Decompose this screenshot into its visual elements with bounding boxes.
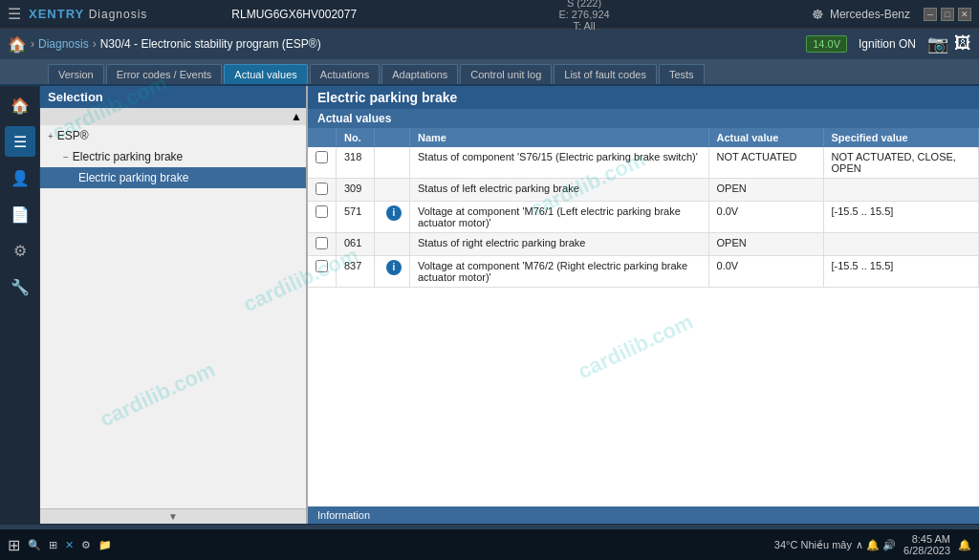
table-row: 318 Status of component 'S76/15 (Electri… xyxy=(308,147,979,179)
search-icon[interactable]: 🔍 xyxy=(28,539,41,551)
title-status: S (222) E: 276,924 T: All xyxy=(558,0,609,32)
tab-actuations[interactable]: Actuations xyxy=(310,64,380,84)
row-3-info[interactable]: i xyxy=(375,202,410,233)
row-4-info xyxy=(375,233,410,256)
taskbar: ⊞ 🔍 ⊞ ✕ ⚙ 📁 34°C Nhiều mây ∧ 🔔 🔊 8:45 AM… xyxy=(0,529,979,560)
row-5-actual: 0.0V xyxy=(708,256,823,288)
tray-icons: ∧ 🔔 🔊 xyxy=(856,539,896,551)
actual-values-table: No. Name Actual value Specified value 31… xyxy=(308,128,979,288)
voltage-display: 14.0V xyxy=(806,35,847,53)
row-4-name: Status of right electric parking brake xyxy=(410,233,709,256)
tree-item-electric-parking-brake-item[interactable]: Electric parking brake xyxy=(40,167,306,188)
window-controls[interactable]: ─ □ ✕ xyxy=(924,8,971,21)
camera-icons[interactable]: 📷 🖼 xyxy=(927,33,971,54)
breadcrumb-right: 14.0V Ignition ON 📷 🖼 xyxy=(806,33,971,54)
tab-adaptations[interactable]: Adaptations xyxy=(381,64,458,84)
taskbar-left: ⊞ 🔍 ⊞ ✕ ⚙ 📁 xyxy=(8,536,112,554)
settings-taskbar-icon[interactable]: ⚙ xyxy=(81,539,91,551)
row-5-info[interactable]: i xyxy=(375,256,410,288)
main-area: 🏠 ☰ 👤 📄 ⚙ 🔧 Selection ▲ + ESP® − Electri… xyxy=(0,86,979,524)
row-5-no: 837 xyxy=(337,256,375,288)
col-specified: Specified value xyxy=(823,128,978,147)
col-info xyxy=(375,128,410,147)
information-label: Information xyxy=(317,509,370,521)
row-5-specified: [-15.5 .. 15.5] xyxy=(823,256,978,288)
clock: 8:45 AM xyxy=(903,533,950,545)
sidebar-home-icon[interactable]: 🏠 xyxy=(5,90,35,120)
brand-name: Mercedes-Benz xyxy=(830,8,910,21)
tree-item-electric-parking-brake[interactable]: − Electric parking brake xyxy=(40,146,306,167)
home-icon[interactable]: 🏠 xyxy=(8,35,27,54)
temp-display: 34°C Nhiều mây xyxy=(774,539,852,551)
brand-logo-icon: ☸ xyxy=(812,7,824,22)
xentry-taskbar-icon[interactable]: ✕ xyxy=(65,539,74,551)
info-icon[interactable]: i xyxy=(386,205,402,221)
notification-icon[interactable]: 🔔 xyxy=(958,539,971,551)
breadcrumb: 🏠 › Diagnosis › N30/4 - Electronic stabi… xyxy=(8,35,321,54)
tab-bar: Version Error codes / Events Actual valu… xyxy=(0,59,979,86)
information-bar: Information xyxy=(308,506,979,524)
tab-tests[interactable]: Tests xyxy=(659,64,705,84)
row-4-actual: OPEN xyxy=(708,233,823,256)
row-4-specified xyxy=(823,233,978,256)
scroll-down-arrow[interactable]: ▼ xyxy=(40,508,306,524)
breadcrumb-diagnosis[interactable]: Diagnosis xyxy=(38,37,89,51)
row-2-no: 309 xyxy=(337,179,375,202)
app-logo: XENTRY Diagnosis xyxy=(29,7,147,21)
breadcrumb-current: N30/4 - Electronic stability program (ES… xyxy=(100,37,321,51)
content-panel: Electric parking brake Actual values No.… xyxy=(308,86,979,524)
vehicle-id: RLMUG6GX6HV002077 xyxy=(231,8,357,21)
start-button[interactable]: ⊞ xyxy=(8,536,20,554)
col-name: Name xyxy=(410,128,709,147)
sidebar-wrench-icon[interactable]: 🔧 xyxy=(5,271,35,302)
tab-actual-values[interactable]: Actual values xyxy=(224,64,307,84)
row-5-checkbox[interactable] xyxy=(315,260,328,272)
screenshot-icon[interactable]: 🖼 xyxy=(954,33,971,54)
close-button[interactable]: ✕ xyxy=(958,8,971,21)
tab-control-unit-log[interactable]: Control unit log xyxy=(460,64,552,84)
files-taskbar-icon[interactable]: 📁 xyxy=(98,539,112,551)
breadcrumb-bar: 🏠 › Diagnosis › N30/4 - Electronic stabi… xyxy=(0,29,979,59)
row-4-checkbox[interactable] xyxy=(315,237,328,249)
sidebar-person-icon[interactable]: 👤 xyxy=(5,162,35,193)
camera-icon[interactable]: 📷 xyxy=(927,33,948,54)
row-2-info xyxy=(375,179,410,202)
row-1-specified: NOT ACTUATED, CLOSE, OPEN xyxy=(823,147,978,179)
tree-item-esp[interactable]: + ESP® xyxy=(40,125,306,146)
sidebar-list-icon[interactable]: ☰ xyxy=(5,126,35,157)
maximize-button[interactable]: □ xyxy=(941,8,954,21)
date-display: 6/28/2023 xyxy=(903,545,950,556)
table-row: 309 Status of left electric parking brak… xyxy=(308,179,979,202)
data-table: No. Name Actual value Specified value 31… xyxy=(308,128,979,506)
scroll-up-arrow[interactable]: ▲ xyxy=(40,108,306,125)
row-3-checkbox[interactable] xyxy=(315,205,328,218)
row-4-no: 061 xyxy=(337,233,375,256)
col-actual: Actual value xyxy=(708,128,823,147)
row-1-actual: NOT ACTUATED xyxy=(708,147,823,179)
info-icon-2[interactable]: i xyxy=(386,260,402,275)
content-title: Electric parking brake xyxy=(308,86,979,109)
ignition-status: Ignition ON xyxy=(859,37,916,51)
row-2-actual: OPEN xyxy=(708,179,823,202)
tab-fault-codes[interactable]: List of fault codes xyxy=(554,64,657,84)
sidebar-document-icon[interactable]: 📄 xyxy=(5,199,35,229)
table-body: 318 Status of component 'S76/15 (Electri… xyxy=(308,147,979,288)
row-2-specified xyxy=(823,179,978,202)
row-1-info xyxy=(375,147,410,179)
actual-values-header: Actual values xyxy=(308,109,979,128)
row-3-specified: [-15.5 .. 15.5] xyxy=(823,202,978,233)
row-2-checkbox[interactable] xyxy=(315,183,328,195)
tab-version[interactable]: Version xyxy=(48,64,104,84)
sidebar-icons: 🏠 ☰ 👤 📄 ⚙ 🔧 xyxy=(0,86,40,524)
col-checkbox xyxy=(308,128,337,147)
row-2-name: Status of left electric parking brake xyxy=(410,179,709,202)
row-1-checkbox[interactable] xyxy=(315,151,328,163)
system-tray: 34°C Nhiều mây ∧ 🔔 🔊 xyxy=(774,539,896,551)
tab-error-codes[interactable]: Error codes / Events xyxy=(106,64,223,84)
table-row: 571 i Voltage at component 'M76/1 (Left … xyxy=(308,202,979,233)
minimize-button[interactable]: ─ xyxy=(924,8,937,21)
title-bar-left: ☰ XENTRY Diagnosis RLMUG6GX6HV002077 xyxy=(8,5,357,23)
sidebar-gear-icon[interactable]: ⚙ xyxy=(5,235,35,266)
taskbar-apps-icon[interactable]: ⊞ xyxy=(49,539,57,551)
row-3-actual: 0.0V xyxy=(708,202,823,233)
